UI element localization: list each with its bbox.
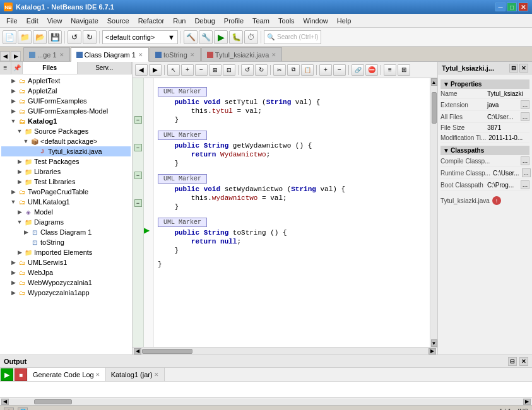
- fold-btn-2[interactable]: −: [134, 144, 142, 151]
- output-tab-katalog[interactable]: Katalog1 (jar) ✕: [106, 368, 165, 381]
- etb-zoom-out[interactable]: −: [195, 64, 208, 76]
- clean-build-button[interactable]: 🔧: [199, 30, 213, 44]
- vscroll-thumb[interactable]: [432, 92, 437, 124]
- tree-item-guiform-model[interactable]: ▶ 🗂 GUIFormExamples-Model: [1, 106, 131, 116]
- hscroll-left[interactable]: ◀: [134, 348, 141, 354]
- open-project-button[interactable]: 📁: [18, 30, 32, 44]
- output-hscroll-right[interactable]: ▶: [523, 399, 531, 405]
- hscroll-track[interactable]: [141, 348, 429, 354]
- etb-add[interactable]: +: [319, 64, 332, 76]
- undo-button[interactable]: ↺: [68, 30, 81, 44]
- status-icon-2[interactable]: 🌐: [18, 407, 28, 411]
- etb-align[interactable]: ≡: [384, 64, 396, 76]
- tree-item-model[interactable]: ▶ ◈ Model: [1, 207, 131, 217]
- etb-select[interactable]: ↖: [167, 64, 180, 76]
- tree-item-guiform[interactable]: ▶ 🗂 GUIFormExamples: [1, 96, 131, 106]
- etb-fit[interactable]: ⊞: [209, 64, 222, 76]
- menu-window[interactable]: Window: [300, 16, 332, 26]
- fold-btn-1[interactable]: −: [134, 116, 142, 124]
- tab-class-diagram[interactable]: Class Diagram 1 ✕: [71, 47, 149, 62]
- panel-close-btn[interactable]: ✕: [519, 64, 528, 73]
- redo-button[interactable]: ↻: [83, 30, 97, 44]
- hscroll-thumb[interactable]: [142, 349, 192, 354]
- tab-tostring[interactable]: toString ✕: [150, 47, 201, 61]
- tree-item-webjpa[interactable]: ▶ 🗂 WebJpa: [1, 267, 131, 278]
- config-dropdown[interactable]: <default config> ▼: [102, 30, 178, 44]
- etb-paste[interactable]: 📋: [301, 64, 314, 76]
- vscroll-track[interactable]: [431, 86, 437, 339]
- properties-section-header[interactable]: ▼ Properties: [440, 79, 529, 89]
- tree-item-umlserwis[interactable]: ▶ 🗂 UMLSerwis1: [1, 257, 131, 267]
- tree-item-tytul-java[interactable]: ▶ J Tytul_ksiazki.java: [1, 146, 131, 156]
- panel-tab-servers[interactable]: Serv...: [78, 62, 133, 74]
- menu-tools[interactable]: Tools: [275, 16, 299, 26]
- output-hscroll-track[interactable]: [9, 399, 523, 405]
- prop-runtime-btn[interactable]: …: [522, 168, 531, 177]
- tab-page1-close[interactable]: ✕: [59, 52, 64, 58]
- etb-stop[interactable]: ⛔: [365, 64, 378, 76]
- debug-project-button[interactable]: 🐛: [229, 30, 243, 44]
- tab-tytul-java[interactable]: Tytul_ksiazki.java ✕: [201, 47, 283, 61]
- tree-item-libraries[interactable]: ▶ 📁 Libraries: [1, 167, 131, 177]
- panel-detach-btn[interactable]: ⊟: [509, 64, 518, 73]
- save-button[interactable]: 💾: [48, 30, 62, 44]
- output-tab-katalog-close[interactable]: ✕: [154, 372, 159, 378]
- tab-java-close[interactable]: ✕: [271, 52, 276, 58]
- code-content[interactable]: UML Marker public void setTytul (String …: [154, 78, 430, 347]
- etb-back[interactable]: ◀: [135, 64, 148, 76]
- profile-project-button[interactable]: ⏱: [244, 30, 258, 44]
- tab-diagram-close[interactable]: ✕: [138, 52, 143, 58]
- menu-source[interactable]: Source: [103, 16, 133, 26]
- etb-cut[interactable]: ✂: [273, 64, 286, 76]
- output-hscroll-left[interactable]: ◀: [1, 399, 9, 405]
- menu-navigate[interactable]: Navigate: [67, 16, 102, 26]
- tree-item-default-package[interactable]: ▼ 📦 <default package>: [1, 136, 131, 146]
- vscroll-down[interactable]: ▼: [431, 339, 437, 347]
- etb-forward[interactable]: ▶: [149, 64, 162, 76]
- classpaths-section-header[interactable]: ▼ Classpaths: [440, 146, 529, 155]
- tree-item-source-packages[interactable]: ▼ 📁 Source Packages: [1, 126, 131, 136]
- etb-link[interactable]: 🔗: [352, 64, 364, 76]
- output-tab-generate[interactable]: Generate Code Log ✕: [28, 368, 106, 381]
- panel-pin-btn[interactable]: 📌: [11, 62, 23, 74]
- etb-undo[interactable]: ↺: [241, 64, 254, 76]
- etb-redo[interactable]: ↻: [255, 64, 268, 76]
- tree-item-test-libraries[interactable]: ▶ 📁 Test Libraries: [1, 177, 131, 187]
- tree-item-webwypozyczalnia[interactable]: ▶ 🗂 WebWypozyczalnia1: [1, 278, 131, 288]
- tab-scroll-right[interactable]: ▶: [11, 51, 21, 61]
- etb-copy[interactable]: ⧉: [287, 64, 300, 76]
- tab-tostring-close[interactable]: ✕: [190, 52, 195, 58]
- prop-extension-btn[interactable]: …: [521, 100, 529, 109]
- tree-item-diagrams[interactable]: ▼ 📁 Diagrams: [1, 217, 131, 227]
- tree-item-wypozyczalnia-app[interactable]: ▶ 🗂 Wypozyczalnia1app: [1, 288, 131, 298]
- run-button[interactable]: 🔨: [184, 30, 198, 44]
- etb-remove[interactable]: −: [333, 64, 346, 76]
- fold-btn-4[interactable]: −: [134, 199, 142, 207]
- prop-allfiles-btn[interactable]: …: [521, 112, 529, 121]
- prop-boot-btn[interactable]: …: [521, 180, 529, 189]
- menu-refactor[interactable]: Refactor: [134, 16, 168, 26]
- prop-compile-btn[interactable]: …: [521, 156, 529, 165]
- menu-run[interactable]: Run: [169, 16, 189, 26]
- output-close-btn[interactable]: ✕: [519, 357, 528, 366]
- menu-debug[interactable]: Debug: [191, 16, 218, 26]
- menu-profile[interactable]: Profile: [220, 16, 247, 26]
- panel-tab-files[interactable]: Files: [23, 62, 78, 74]
- hscroll-right[interactable]: ▶: [429, 348, 436, 354]
- etb-fit-all[interactable]: ⊡: [223, 64, 235, 76]
- output-stop-btn[interactable]: ■: [15, 368, 27, 381]
- tree-item-imported-elements[interactable]: ▶ 📁 Imported Elements: [1, 247, 131, 257]
- tree-item-test-packages[interactable]: ▶ 📁 Test Packages: [1, 156, 131, 167]
- tab-scroll-left[interactable]: ◀: [0, 51, 10, 61]
- panel-collapse-btn[interactable]: ≡: [0, 62, 11, 74]
- output-hscroll-thumb[interactable]: [34, 399, 72, 404]
- menu-file[interactable]: File: [3, 16, 21, 26]
- tree-item-applettext[interactable]: ▶ 🗂 AppletText: [1, 76, 131, 86]
- fold-btn-3[interactable]: −: [134, 172, 142, 179]
- tree-item-appletzal[interactable]: ▶ 🗂 AppletZal: [1, 86, 131, 96]
- search-box[interactable]: 🔍 Search (Ctrl+I): [264, 30, 321, 44]
- hscroll-bar[interactable]: ◀ ▶: [133, 347, 437, 354]
- tree-item-umlkatalog[interactable]: ▼ 🗂 UMLKatalog1: [1, 197, 131, 207]
- open-file-button[interactable]: 📂: [33, 30, 47, 44]
- tree-item-class-diagram[interactable]: ▶ ⊡ Class Diagram 1: [1, 227, 131, 237]
